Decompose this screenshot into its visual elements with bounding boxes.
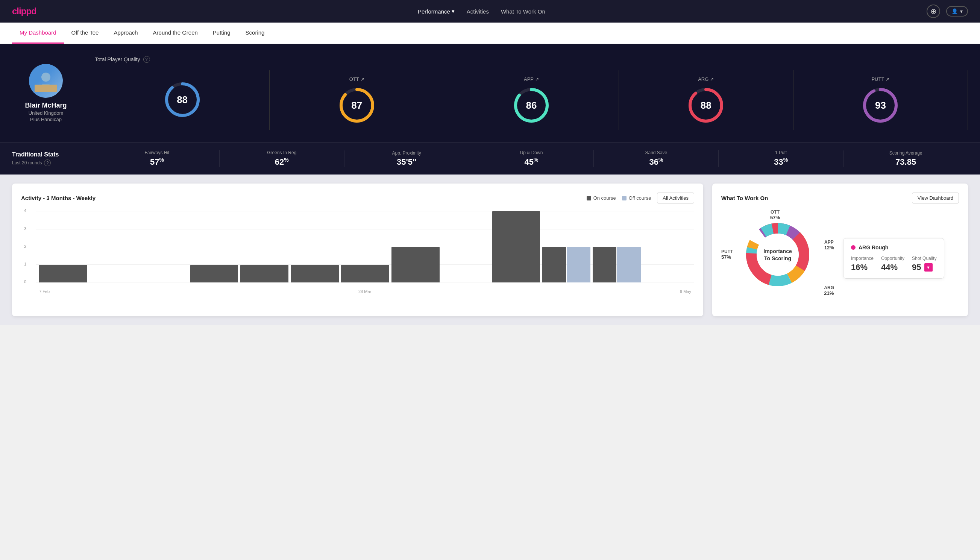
bar-group <box>39 265 87 283</box>
scores-grid: 88 OTT ↗ 87 APP <box>95 70 968 130</box>
activity-legend: On course Off course <box>587 195 651 201</box>
info-opportunity: Opportunity 44% <box>881 256 904 272</box>
app-logo: clippd <box>12 6 37 17</box>
scores-section: Total Player Quality ? 88 OTT ↗ <box>95 56 968 130</box>
subnav-approach[interactable]: Approach <box>106 23 145 43</box>
stat-updown-label: Up & Down <box>520 150 543 155</box>
bottom-section: Activity - 3 Months - Weekly On course O… <box>0 175 980 325</box>
hero-section: Blair McHarg United Kingdom Plus Handica… <box>0 44 980 142</box>
bar-on-course <box>341 265 389 283</box>
opportunity-label: Opportunity <box>881 256 904 261</box>
stat-sandsave-label: Sand Save <box>645 150 667 155</box>
bar-empty <box>140 282 188 282</box>
work-on-header: What To Work On View Dashboard <box>721 193 959 203</box>
total-player-quality-label: Total Player Quality <box>95 57 140 62</box>
player-handicap: Plus Handicap <box>30 117 62 122</box>
nav-links: Performance ▾ Activities What To Work On <box>418 8 545 15</box>
circle-putt: 93 <box>862 87 899 124</box>
stat-greens-value: 62% <box>275 157 289 167</box>
player-info: Blair McHarg United Kingdom Plus Handica… <box>12 64 80 122</box>
score-putt: PUTT ↗ 93 <box>794 70 968 130</box>
stats-bar-label: Traditional Stats Last 20 rounds ? <box>12 151 95 166</box>
arg-outer-label: ARG 21% <box>824 285 834 296</box>
nav-right: ⊕ 👤 ▾ <box>927 5 968 18</box>
shot-quality-label: Shot Quality <box>912 256 937 261</box>
stat-sand-save: Sand Save 36% <box>593 150 718 167</box>
nav-performance[interactable]: Performance ▾ <box>418 8 455 15</box>
score-app-value: 86 <box>526 100 537 111</box>
score-main-value: 88 <box>177 94 188 106</box>
score-ott-value: 87 <box>351 100 362 111</box>
bar-group <box>240 265 288 283</box>
work-on-card: What To Work On View Dashboard OTT 57% P… <box>712 183 968 316</box>
subnav-off-the-tee[interactable]: Off the Tee <box>64 23 106 43</box>
user-menu-button[interactable]: 👤 ▾ <box>946 6 968 17</box>
score-app-label: APP ↗ <box>524 77 539 82</box>
player-name: Blair McHarg <box>25 102 67 110</box>
bar-on-course <box>593 247 616 282</box>
on-course-dot <box>587 196 591 200</box>
x-label-9may: 9 May <box>680 289 691 294</box>
stat-1-putt: 1 Putt 33% <box>718 150 843 167</box>
info-card-dot <box>851 245 855 250</box>
bar-group <box>593 247 641 282</box>
donut-svg-container: Importance To Scoring <box>740 217 815 292</box>
score-app: APP ↗ 86 <box>444 70 619 130</box>
info-card-title: ARG Rough <box>851 245 937 250</box>
subnav-my-dashboard[interactable]: My Dashboard <box>12 23 64 43</box>
legend-off-course: Off course <box>622 195 651 201</box>
flag-icon: ▼ <box>924 263 933 272</box>
opportunity-value: 44% <box>881 263 904 272</box>
subnav-around-the-green[interactable]: Around the Green <box>146 23 205 43</box>
info-metrics: Importance 16% Opportunity 44% Shot Qual… <box>851 256 937 272</box>
donut-center-label: Importance To Scoring <box>764 248 792 262</box>
stat-fairways-value: 57% <box>150 157 164 167</box>
score-ott-label: OTT ↗ <box>349 77 364 82</box>
importance-label: Importance <box>851 256 874 261</box>
view-dashboard-button[interactable]: View Dashboard <box>912 193 959 203</box>
work-on-title: What To Work On <box>721 195 768 201</box>
bar-off-course <box>567 247 591 282</box>
stats-help-icon[interactable]: ? <box>44 160 51 166</box>
subnav-scoring[interactable]: Scoring <box>238 23 272 43</box>
stats-bar: Traditional Stats Last 20 rounds ? Fairw… <box>0 142 980 175</box>
bar-empty <box>442 282 490 282</box>
bar-group <box>542 247 591 282</box>
scores-header: Total Player Quality ? <box>95 56 968 63</box>
circle-main: 88 <box>163 81 201 118</box>
all-activities-button[interactable]: All Activities <box>657 193 694 203</box>
nav-activities[interactable]: Activities <box>467 8 489 15</box>
donut-with-labels: OTT 57% PUTT 57% APP 12% ARG <box>721 210 834 307</box>
donut-area: OTT 57% PUTT 57% APP 12% ARG <box>721 210 834 307</box>
importance-value: 16% <box>851 263 874 272</box>
bar-on-course <box>542 247 566 282</box>
bar-group <box>341 265 389 283</box>
stat-sandsave-value: 36% <box>649 157 663 167</box>
traditional-stats-subtitle: Last 20 rounds <box>12 160 42 165</box>
app-outer-label: APP 12% <box>824 240 834 250</box>
bar-group <box>391 247 439 282</box>
top-navigation: clippd Performance ▾ Activities What To … <box>0 0 980 23</box>
nav-what-to-work-on[interactable]: What To Work On <box>501 8 545 15</box>
circle-ott: 87 <box>338 87 376 124</box>
stat-greens-label: Greens In Reg <box>267 150 296 155</box>
bar-group <box>190 265 238 283</box>
help-icon[interactable]: ? <box>143 56 150 63</box>
subnav-putting[interactable]: Putting <box>205 23 238 43</box>
stat-up-and-down: Up & Down 45% <box>469 150 594 167</box>
bar-group <box>291 265 339 283</box>
bar-on-course <box>240 265 288 283</box>
bar-group <box>492 211 541 282</box>
stat-scoring-label: Scoring Average <box>889 150 922 156</box>
bar-on-course <box>391 247 439 282</box>
score-main: 88 <box>95 70 270 130</box>
activity-card-header: Activity - 3 Months - Weekly On course O… <box>21 193 694 203</box>
bar-group <box>140 282 188 282</box>
sub-navigation: My Dashboard Off the Tee Approach Around… <box>0 23 980 44</box>
add-button[interactable]: ⊕ <box>927 5 940 18</box>
bar-on-course <box>291 265 339 283</box>
traditional-stats-title: Traditional Stats <box>12 151 59 158</box>
bar-on-course <box>492 211 541 282</box>
score-arg-value: 88 <box>700 100 712 111</box>
stat-scoring-value: 73.85 <box>895 157 916 167</box>
